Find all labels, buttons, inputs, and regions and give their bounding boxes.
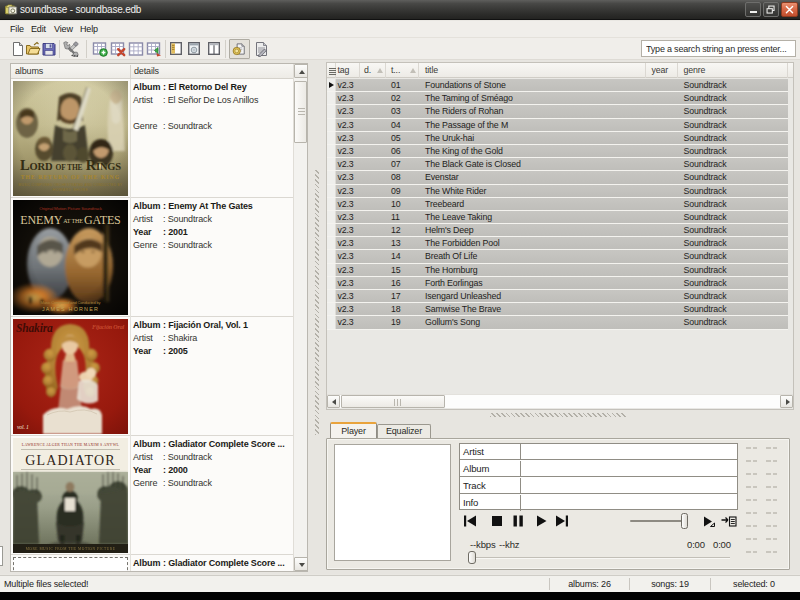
songs-table-header: tag d. t... title year genre xyxy=(327,63,793,78)
song-row[interactable]: v2.301Foundations of StoneSoundtrack xyxy=(327,79,788,92)
show-columns-panel-button[interactable] xyxy=(208,42,220,55)
cell-year xyxy=(646,158,678,170)
play-button[interactable] xyxy=(532,512,550,530)
scrollbar-thumb[interactable] xyxy=(341,395,445,408)
cell-title: Evenstar xyxy=(419,171,646,183)
tools-button[interactable] xyxy=(62,41,80,57)
song-row[interactable]: v2.304The Passage of the MSoundtrack xyxy=(327,119,788,132)
albums-column-header[interactable]: albums xyxy=(15,64,43,79)
previous-button[interactable] xyxy=(461,512,479,530)
song-row[interactable]: v2.313The Forbidden PoolSoundtrack xyxy=(327,237,788,250)
song-row[interactable]: v2.318Samwise The BraveSoundtrack xyxy=(327,303,788,316)
new-file-button[interactable] xyxy=(10,41,26,57)
menu-edit[interactable]: Edit xyxy=(31,21,46,38)
song-row[interactable]: v2.319Gollum's SongSoundtrack xyxy=(327,316,788,329)
cell-marker xyxy=(327,211,336,223)
view-table-button[interactable] xyxy=(128,41,144,57)
cell-tag: v2.3 xyxy=(336,211,360,223)
song-row[interactable]: v2.306The King of the GoldSoundtrack xyxy=(327,145,788,158)
scrollbar-thumb[interactable] xyxy=(294,81,307,143)
stop-button[interactable] xyxy=(488,512,506,530)
horizontal-splitter[interactable] xyxy=(326,411,794,419)
scroll-down-button[interactable] xyxy=(294,557,308,571)
song-row[interactable]: v2.308EvenstarSoundtrack xyxy=(327,171,788,184)
svg-text:LAWRENCE ALGER THAN THE MAXIM: LAWRENCE ALGER THAN THE MAXIM S ANYWL xyxy=(22,443,120,447)
menu-view[interactable]: View xyxy=(54,21,73,38)
song-row[interactable]: v2.312Helm's DeepSoundtrack xyxy=(327,224,788,237)
album-row[interactable]: Original Motion Picture Soundtrack ENEMY… xyxy=(11,198,293,317)
disc-column-header[interactable]: d. xyxy=(360,63,386,78)
volume-slider-thumb[interactable] xyxy=(681,513,688,529)
row-marker-column-header[interactable] xyxy=(327,63,336,78)
album-row[interactable]: Shakira Fijación Oral vol. 1 Album: Fija… xyxy=(11,317,293,436)
previous-icon xyxy=(461,512,479,530)
track-column-header[interactable]: t... xyxy=(386,63,419,78)
cell-disc xyxy=(360,171,386,183)
volume-slider-track[interactable] xyxy=(630,520,688,522)
import-table-button[interactable] xyxy=(146,41,162,57)
genre-column-header[interactable]: genre xyxy=(678,63,788,78)
title-column-header[interactable]: title xyxy=(419,63,646,78)
cell-track: 08 xyxy=(386,171,419,183)
cell-year xyxy=(646,211,678,223)
search-input[interactable] xyxy=(642,41,795,56)
sort-icon xyxy=(410,68,416,73)
song-row[interactable]: v2.302The Taming of SméagoSoundtrack xyxy=(327,92,788,105)
next-icon xyxy=(553,512,571,530)
add-table-button[interactable] xyxy=(92,41,108,57)
cell-track: 12 xyxy=(386,224,419,236)
song-row[interactable]: v2.316Forth EorlingasSoundtrack xyxy=(327,277,788,290)
next-button[interactable] xyxy=(553,512,571,530)
play-selected-icon[interactable] xyxy=(701,514,716,529)
save-file-button[interactable] xyxy=(41,41,57,57)
year-column-header[interactable]: year xyxy=(646,63,678,78)
follow-song-icon[interactable] xyxy=(720,514,737,529)
album-row[interactable]: LAWRENCE ALGER THAN THE MAXIM S ANYWL GL… xyxy=(11,436,293,555)
restore-button[interactable] xyxy=(763,2,779,17)
song-row[interactable]: v2.317Isengard UnleashedSoundtrack xyxy=(327,290,788,303)
cell-marker xyxy=(327,316,336,328)
tag-write-button[interactable] xyxy=(253,41,269,57)
menu-file[interactable]: File xyxy=(10,21,24,38)
close-button[interactable] xyxy=(781,2,798,17)
song-row[interactable]: v2.309The White RiderSoundtrack xyxy=(327,185,788,198)
open-file-button[interactable] xyxy=(25,41,41,57)
cell-tag: v2.3 xyxy=(336,185,360,197)
seek-slider-thumb[interactable] xyxy=(468,551,476,564)
cell-marker xyxy=(327,185,336,197)
toolbar-separator xyxy=(86,40,87,58)
left-arrow-icon xyxy=(332,399,336,405)
pause-button[interactable] xyxy=(509,512,527,530)
cell-disc xyxy=(360,132,386,144)
tab-equalizer[interactable]: Equalizer xyxy=(377,424,431,438)
scroll-left-button[interactable] xyxy=(327,395,340,408)
scroll-right-button[interactable] xyxy=(780,395,793,408)
cell-year xyxy=(646,316,678,328)
show-cover-panel-button[interactable] xyxy=(188,42,200,55)
cell-track: 06 xyxy=(386,145,419,157)
cell-marker xyxy=(327,158,336,170)
minimize-button[interactable] xyxy=(745,2,761,17)
seek-slider-track[interactable] xyxy=(470,557,730,559)
song-row[interactable]: v2.303The Riders of RohanSoundtrack xyxy=(327,105,788,118)
show-list-panel-button[interactable] xyxy=(170,42,182,55)
album-row[interactable]: Album: Gladiator Complete Score ... xyxy=(11,555,293,571)
album-row[interactable]: LORD OF THE RINGS THE RETURN OF THE KING… xyxy=(11,79,293,198)
tag-editor-button[interactable] xyxy=(229,39,250,59)
delete-table-button[interactable] xyxy=(110,41,126,57)
tab-player[interactable]: Player xyxy=(330,422,377,438)
tag-column-header[interactable]: tag xyxy=(336,63,360,78)
cell-tag: v2.3 xyxy=(336,79,360,91)
album-art-placeholder xyxy=(334,444,451,561)
menu-help[interactable]: Help xyxy=(80,21,98,38)
song-row[interactable]: v2.310TreebeardSoundtrack xyxy=(327,198,788,211)
song-row[interactable]: v2.305The Uruk-haiSoundtrack xyxy=(327,132,788,145)
song-row[interactable]: v2.315The HornburgSoundtrack xyxy=(327,264,788,277)
scroll-up-button[interactable] xyxy=(294,64,308,78)
song-row[interactable]: v2.311The Leave TakingSoundtrack xyxy=(327,211,788,224)
song-row[interactable]: v2.314Breath Of LifeSoundtrack xyxy=(327,250,788,263)
details-column-header[interactable]: details xyxy=(134,64,159,79)
vertical-splitter[interactable] xyxy=(309,63,326,572)
album-detail-year: Year: 2005 xyxy=(133,345,291,358)
song-row[interactable]: v2.307The Black Gate is ClosedSoundtrack xyxy=(327,158,788,171)
